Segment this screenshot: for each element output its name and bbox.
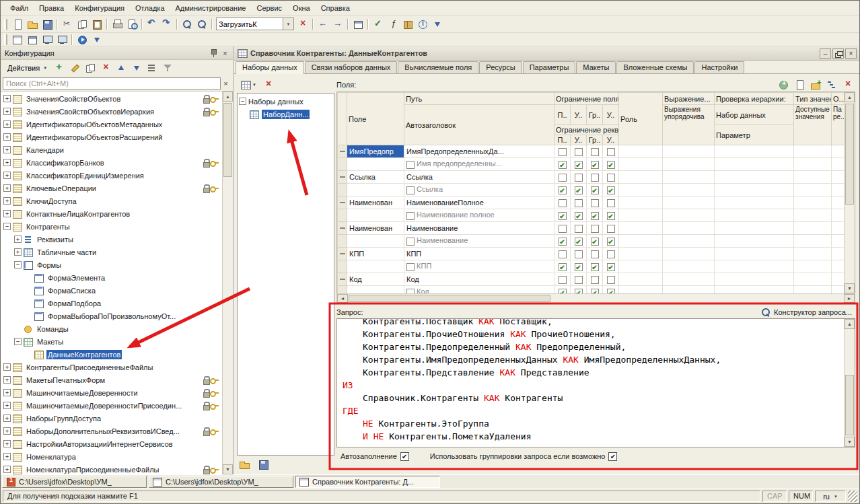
resize-grip[interactable] (848, 491, 857, 502)
taskbar-window-button[interactable]: Справочник Контрагенты: Д... (295, 476, 440, 488)
restriction-cell[interactable] (554, 222, 571, 235)
save-settings-button[interactable] (256, 458, 271, 471)
move-down-button[interactable] (129, 61, 144, 75)
expander-icon[interactable]: + (3, 146, 11, 153)
scroll-thumb[interactable] (845, 375, 854, 435)
help-book-button[interactable] (400, 17, 415, 31)
tree-item[interactable]: +ИдентификаторыОбъектовМетаданных (1, 118, 222, 131)
restriction-cell[interactable]: ✔ (587, 235, 603, 248)
checkbox-unchecked[interactable] (559, 225, 567, 233)
restriction-cell[interactable]: ✔ (571, 286, 587, 294)
field-row[interactable]: КППКПП (338, 248, 845, 260)
checkbox-checked[interactable]: ✔ (591, 263, 599, 271)
field-auto-title-row[interactable]: КПП✔✔✔✔ (338, 260, 845, 273)
toolbar-search-input[interactable] (216, 17, 283, 30)
restriction-cell[interactable] (603, 171, 619, 184)
checkbox-checked[interactable]: ✔ (559, 238, 567, 246)
checkbox-checked[interactable]: ✔ (591, 186, 599, 194)
checkbox-checked[interactable]: ✔ (607, 238, 615, 246)
expander-icon[interactable]: + (3, 172, 11, 179)
scroll-track[interactable] (348, 294, 844, 303)
add-folder-button[interactable] (808, 78, 823, 92)
editor-tab[interactable]: Вычисляемые поля (398, 61, 478, 73)
checkbox-unchecked[interactable] (559, 250, 567, 258)
restriction-cell[interactable] (571, 196, 587, 209)
add-dataset-button[interactable]: ▼ (237, 78, 260, 92)
checkbox-checked[interactable]: ✔ (607, 161, 615, 169)
field-row[interactable]: НаименованНаименование (338, 222, 845, 235)
tree-item[interactable]: +НаборыДополнительныхРеквизитовИСвед... (1, 425, 222, 437)
restriction-cell[interactable] (571, 273, 587, 286)
tree-item[interactable]: ФормаПодбора (1, 297, 222, 310)
restriction-cell[interactable] (587, 248, 603, 260)
restore-icon[interactable] (832, 48, 844, 59)
checkbox-unchecked[interactable] (575, 148, 583, 156)
add-button[interactable] (52, 61, 67, 75)
checkbox-unchecked[interactable] (406, 289, 415, 293)
tree-item[interactable]: +МашиночитаемыеДоверенности (1, 386, 222, 399)
checkbox-checked[interactable]: ✔ (591, 289, 599, 293)
row-handle[interactable] (338, 145, 347, 158)
restriction-cell[interactable] (603, 145, 619, 158)
expander-icon[interactable]: + (14, 236, 22, 243)
sort-button[interactable] (145, 61, 159, 75)
restriction-cell[interactable]: ✔ (603, 158, 619, 171)
menu-item[interactable]: Справка (316, 2, 355, 14)
expander-icon[interactable]: + (14, 248, 22, 256)
auto-title-cell[interactable]: Код (404, 286, 554, 294)
tree-item[interactable]: ДанныеКонтрагентов (1, 348, 222, 361)
row-handle[interactable] (338, 222, 347, 235)
checkbox-checked[interactable]: ✔ (575, 212, 583, 220)
tree-item[interactable]: +ИдентификаторыОбъектовРасширений (1, 131, 222, 143)
checkbox-checked[interactable]: ✔ (559, 212, 567, 220)
minimize-icon[interactable]: – (820, 48, 831, 59)
scroll-track[interactable] (845, 329, 855, 437)
checkbox-unchecked[interactable] (406, 212, 415, 220)
restriction-cell[interactable] (603, 196, 619, 209)
tree-item[interactable]: +Номенклатура (1, 450, 222, 463)
expander-icon[interactable]: + (3, 108, 11, 115)
expander-icon[interactable]: − (14, 338, 22, 345)
thick-client-button[interactable] (55, 33, 69, 46)
move-up-button[interactable] (114, 61, 129, 75)
windows-list-button[interactable] (351, 17, 365, 31)
syntax-check-button[interactable] (371, 17, 386, 31)
expander-icon[interactable]: + (3, 197, 11, 205)
checkbox-checked[interactable]: ✔ (575, 289, 583, 293)
expander-icon[interactable]: + (3, 120, 11, 128)
restriction-cell[interactable] (587, 145, 603, 158)
toolbar-grip[interactable] (4, 34, 7, 45)
expander-icon[interactable]: − (3, 223, 11, 230)
checkbox-checked[interactable]: ✔ (575, 161, 583, 169)
tree-item[interactable]: +НастройкиАвторизацииИнтернетСервисов (1, 437, 222, 450)
find-button[interactable] (180, 17, 194, 31)
restriction-cell[interactable] (554, 273, 571, 286)
restriction-cell[interactable] (571, 222, 587, 235)
checkbox-unchecked[interactable] (575, 276, 583, 284)
scroll-thumb[interactable] (845, 104, 854, 205)
scroll-left-icon[interactable]: ◄ (337, 294, 348, 303)
start-debugging-button[interactable] (75, 33, 89, 46)
delete-field-button[interactable] (840, 78, 855, 92)
checkbox-checked[interactable]: ✔ (591, 212, 599, 220)
field-row[interactable]: ИмяПредопрИмяПредопределенныхДа... (338, 145, 845, 158)
thin-client-button[interactable] (40, 33, 55, 46)
restriction-cell[interactable] (587, 171, 603, 184)
layout-button[interactable] (25, 33, 40, 46)
expander-icon[interactable]: + (3, 466, 11, 473)
auto-title-cell[interactable]: Имя предопределенны... (404, 158, 554, 171)
restriction-cell[interactable] (603, 222, 619, 235)
tree-item[interactable]: −Контрагенты (1, 220, 222, 233)
query-scrollbar[interactable]: ▲ ▼ (844, 319, 855, 447)
info-button[interactable] (415, 17, 430, 31)
restriction-cell[interactable]: ✔ (603, 184, 619, 196)
taskbar-window-button[interactable]: C:\Users\jdfox\Desktop\УМ_ (2, 476, 147, 488)
checkbox-unchecked[interactable] (591, 148, 599, 156)
scroll-thumb[interactable] (223, 103, 232, 177)
field-auto-title-row[interactable]: Имя предопределенны...✔✔✔✔ (338, 158, 845, 171)
row-handle[interactable] (338, 171, 347, 184)
restriction-cell[interactable]: ✔ (554, 184, 571, 196)
field-path-cell[interactable]: Наименование (404, 222, 554, 235)
restriction-cell[interactable] (587, 273, 603, 286)
checkbox-checked[interactable]: ✔ (607, 212, 615, 220)
